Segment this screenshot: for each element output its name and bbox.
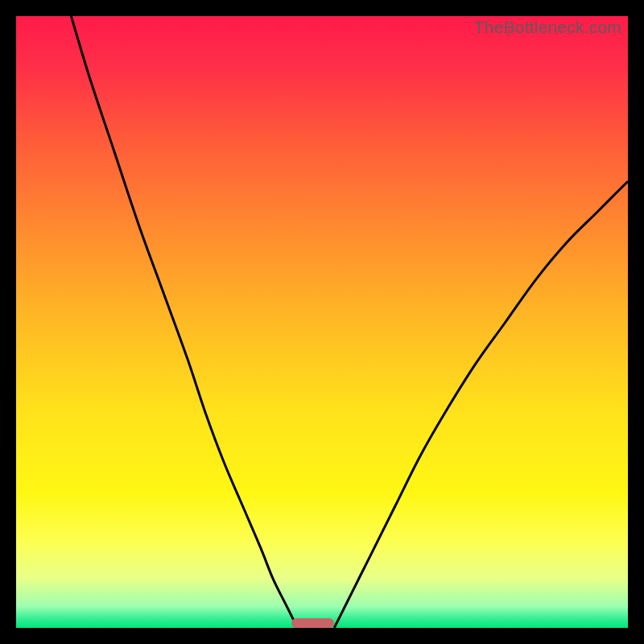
curve-right (334, 181, 628, 628)
curve-left (71, 16, 297, 628)
plot-area: TheBottleneck.com (16, 16, 628, 628)
curves-layer (16, 16, 628, 628)
bottleneck-marker (291, 618, 334, 628)
watermark-text: TheBottleneck.com (474, 18, 621, 37)
chart-frame: TheBottleneck.com (16, 16, 628, 628)
